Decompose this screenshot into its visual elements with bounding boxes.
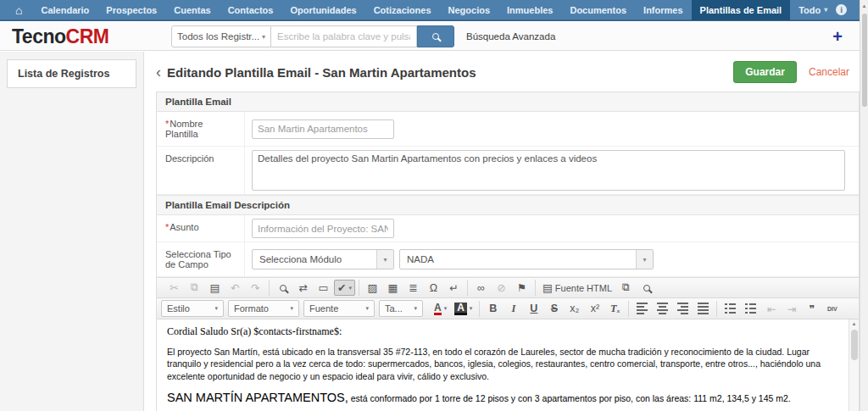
align-right-icon[interactable] [673,301,693,317]
blockquote-icon[interactable]: ❞ [802,301,821,317]
editor-content[interactable]: Cordial Saludo Sr(a) $contacts-firstname… [157,319,849,411]
redo-icon[interactable]: ↷ [246,280,265,296]
find-icon[interactable] [273,280,292,296]
style-combo[interactable]: Estilo▾ [161,300,224,317]
page-title: Editando Plantilla Email - San Martin Ap… [167,65,476,80]
page-scrollbar[interactable]: ▴ [860,0,868,411]
italic-icon[interactable]: I [504,301,523,317]
save-button[interactable]: Guardar [733,61,797,83]
size-combo[interactable]: Ta...▾ [379,300,423,317]
superscript-icon[interactable]: x² [585,301,604,317]
nav-item-plantillas-de-email[interactable]: Plantillas de Email [692,0,791,20]
nav-item-negocios[interactable]: Negocios [440,0,499,20]
section-header-plantilla-email: Plantilla Email [157,92,859,112]
horizontal-rule-icon[interactable]: ≣ [403,280,423,296]
field-select[interactable]: NADA ▾ [399,249,654,269]
search-scope-select[interactable]: Todos los Registr... ▾ [171,25,271,47]
paste-icon[interactable]: ▤ [205,280,225,296]
template-form: Plantilla Email *Nombre Plantilla Descri… [156,92,860,411]
align-left-icon[interactable] [632,301,652,317]
text-color-icon[interactable]: A▾ [431,301,450,317]
strike-icon[interactable]: S [544,301,564,317]
editor-project-lead: SAN MARTÍN APARTAMENTOS, [167,391,348,404]
nav-item-documentos[interactable]: Documentos [561,0,635,20]
scroll-up-icon[interactable]: ▴ [863,2,866,10]
copy-icon[interactable]: ⧉ [185,280,204,296]
global-search: Todos los Registr... ▾ Búsqueda Avanzada [171,25,555,47]
asunto-input[interactable] [252,219,394,238]
module-select[interactable]: Selecciona Módulo ▾ [252,249,394,269]
nav-item-inmuebles[interactable]: Inmuebles [498,0,561,20]
editor-scrollbar[interactable]: ▴ ▾ [849,319,859,411]
outdent-icon[interactable]: ⇤ [761,301,781,317]
subscript-icon[interactable]: x₂ [565,301,584,317]
underline-icon[interactable]: U [524,301,543,317]
nav-item-calendario[interactable]: Calendario [32,0,97,20]
info-icon[interactable]: i [836,4,847,15]
editor-toolbar-row2: Estilo▾Formato▾Fuente▾Ta...▾A▾A▾BIUSx₂x²… [157,298,859,319]
descripcion-textarea[interactable]: Detalles del proyecto San Martin Apartam… [252,150,845,191]
templates-icon[interactable]: ⧉ [616,280,636,296]
nav-item-prospectos[interactable]: Prospectos [97,0,165,20]
nav-item-contactos[interactable]: Contactos [220,0,282,20]
nombre-plantilla-input[interactable] [252,119,394,139]
replace-icon[interactable]: ⇄ [293,280,313,296]
search-button[interactable] [417,25,454,47]
align-justify-icon[interactable] [693,301,713,317]
chevron-down-icon: ▾ [262,33,265,41]
descripcion-label: Descripción [157,147,245,194]
sidebar: Lista de Registros [0,52,144,411]
form-row-tipo-campo: Selecciona Tipo de Campo Selecciona Módu… [157,242,859,277]
toolbar-group: BIUSx₂x²Tₓ [480,301,629,317]
format-combo[interactable]: Formato▾ [228,300,299,317]
special-char-icon[interactable]: Ω [424,280,443,296]
toolbar-group: ∞⊘⚑ [468,280,536,296]
title-actions: Guardar Cancelar [733,61,849,83]
content-area: Lista de Registros ‹ Editando Plantilla … [0,52,868,411]
section-header-plantilla-email-descripcion: Plantilla Email Descripción [157,195,859,215]
chevron-down-icon: ▾ [407,305,417,312]
unlink-icon[interactable]: ⊘ [492,280,511,296]
source-icon[interactable]: ▤Fuente HTML [539,280,615,296]
indent-icon[interactable]: ⇥ [782,301,801,317]
select-all-icon[interactable]: ▭ [314,280,333,296]
bg-color-icon[interactable]: A▾ [451,301,476,317]
header-bar: TecnoCRM Todos los Registr... ▾ Búsqueda… [0,23,868,51]
app-logo[interactable]: TecnoCRM [12,25,164,48]
advanced-search-link[interactable]: Búsqueda Avanzada [466,31,555,42]
toolbar-group [629,301,717,317]
nav-item-informes[interactable]: Informes [635,0,691,20]
image-icon[interactable]: ▨ [363,280,382,296]
align-center-icon[interactable] [653,301,672,317]
nav-item-cotizaciones[interactable]: Cotizaciones [365,0,440,20]
page-break-icon[interactable]: ↵ [444,280,464,296]
bullet-list-icon[interactable] [741,301,760,317]
cut-icon[interactable]: ✂ [164,280,184,296]
nav-item-todo[interactable]: Todo▾ [790,0,836,20]
editor-project-rest: está conformado por 1 torre de 12 pisos … [348,393,791,403]
scrollbar-thumb[interactable] [851,330,858,360]
create-div-icon[interactable]: DIV [822,301,842,317]
home-icon[interactable]: ⌂ [5,3,32,17]
preview-icon[interactable] [637,280,656,296]
table-icon[interactable]: ▦ [383,280,403,296]
nav-item-oportunidades[interactable]: Oportunidades [281,0,364,20]
search-input[interactable] [271,25,417,47]
toolbar-group: ✂⧉▤↶↷ [161,280,270,296]
link-icon[interactable]: ∞ [471,280,491,296]
font-combo[interactable]: Fuente▾ [303,300,375,317]
anchor-icon[interactable]: ⚑ [512,280,531,296]
numbered-list-icon[interactable] [721,301,740,317]
add-record-button[interactable]: + [832,27,843,47]
back-chevron-icon[interactable]: ‹ [156,66,161,78]
undo-icon[interactable]: ↶ [225,280,245,296]
spellcheck-icon[interactable]: ✔▾ [334,280,355,296]
scrollbar-thumb[interactable] [862,14,867,107]
cancel-button[interactable]: Cancelar [809,66,849,78]
logo-secondary: CRM [66,25,109,47]
bold-icon[interactable]: B [483,301,503,317]
scroll-up-icon[interactable]: ▴ [853,319,856,328]
remove-format-icon[interactable]: Tₓ [605,301,625,317]
nav-item-cuentas[interactable]: Cuentas [165,0,219,20]
sidebar-item-lista-de-registros[interactable]: Lista de Registros [7,59,136,88]
